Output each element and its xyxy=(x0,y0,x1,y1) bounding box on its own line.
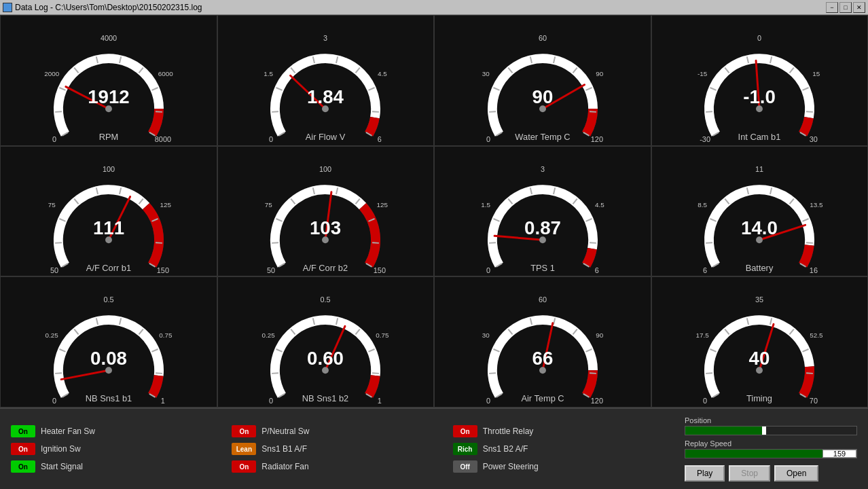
svg-text:125: 125 xyxy=(377,201,388,209)
svg-text:90: 90 xyxy=(596,331,603,339)
svg-text:-1.0: -1.0 xyxy=(743,86,776,107)
svg-text:1.84: 1.84 xyxy=(307,86,344,107)
svg-text:13.5: 13.5 xyxy=(810,201,823,209)
svg-text:15: 15 xyxy=(813,70,820,77)
indicator-col-1: OnHeater Fan SwOnIgnition SwOnStart Sign… xyxy=(11,425,232,473)
svg-line-42 xyxy=(489,111,496,112)
position-control: Position xyxy=(685,416,857,435)
svg-text:8.5: 8.5 xyxy=(698,201,708,209)
open-button[interactable]: Open xyxy=(774,465,818,482)
minimize-button[interactable]: − xyxy=(826,2,838,13)
position-bar[interactable] xyxy=(685,426,857,435)
svg-text:6: 6 xyxy=(595,266,599,274)
svg-line-49 xyxy=(590,111,596,112)
gauge-tps1: 0 6 3 1.5 4.5 0.87 TPS 1 xyxy=(434,146,651,277)
stop-button[interactable]: Stop xyxy=(729,465,770,482)
svg-line-222 xyxy=(706,374,712,374)
svg-text:0.25: 0.25 xyxy=(262,331,276,339)
svg-text:Water Temp C: Water Temp C xyxy=(515,132,570,142)
svg-text:70: 70 xyxy=(810,397,818,405)
replay-speed-input[interactable] xyxy=(822,450,856,458)
close-button[interactable]: ✕ xyxy=(853,2,865,13)
svg-text:100: 100 xyxy=(319,164,331,173)
gauge-afcorr2: 50 150 100 75 125 103 A/F Corr b2 xyxy=(217,146,435,277)
position-thumb[interactable] xyxy=(762,427,766,435)
gauge-timing: 0 70 35 17.5 52.5 40 Timing xyxy=(651,276,869,408)
indicator-row: OnStart Signal xyxy=(11,460,232,473)
play-button[interactable]: Play xyxy=(685,465,725,482)
svg-text:30: 30 xyxy=(482,70,489,77)
gauge-intcam: -30 30 0 -15 15 -1.0 Int Cam b1 xyxy=(651,15,869,146)
svg-text:52.5: 52.5 xyxy=(810,331,823,339)
svg-text:NB Sns1 b1: NB Sns1 b1 xyxy=(86,393,132,403)
gauge-afcorr1: 50 150 100 75 125 111 A/F Corr b1 xyxy=(0,146,217,277)
svg-text:0.75: 0.75 xyxy=(159,331,173,339)
svg-text:120: 120 xyxy=(591,397,603,405)
title-bar-controls[interactable]: − □ ✕ xyxy=(826,2,865,13)
indicator-row: OffPower Steering xyxy=(453,460,674,473)
svg-text:35: 35 xyxy=(755,295,763,304)
svg-text:0: 0 xyxy=(703,397,707,405)
svg-text:RPM: RPM xyxy=(98,132,118,142)
svg-line-102 xyxy=(272,242,278,243)
svg-text:30: 30 xyxy=(810,135,818,143)
svg-line-129 xyxy=(590,242,596,243)
svg-text:75: 75 xyxy=(265,201,272,209)
svg-text:4000: 4000 xyxy=(101,34,117,42)
svg-line-109 xyxy=(372,242,379,243)
gauge-battery: 6 16 11 8.5 13.5 14.0 Battery xyxy=(651,146,869,277)
svg-text:60: 60 xyxy=(539,295,547,304)
svg-text:150: 150 xyxy=(157,266,169,274)
svg-text:90: 90 xyxy=(596,70,603,77)
gauge-nbsns1b1: 0 1 0.5 0.25 0.75 0.08 NB Sns1 b1 xyxy=(0,276,217,408)
svg-line-209 xyxy=(590,374,596,374)
maximize-button[interactable]: □ xyxy=(839,2,852,13)
svg-text:1: 1 xyxy=(161,397,165,405)
svg-line-22 xyxy=(272,111,278,112)
svg-line-82 xyxy=(55,242,62,243)
replay-speed-control: Replay Speed xyxy=(685,439,857,458)
indicator-col-2: OnP/Neutral SwLeanSns1 B1 A/FOnRadiator … xyxy=(232,425,452,473)
indicator-row: LeanSns1 B1 A/F xyxy=(232,443,452,455)
control-buttons: Play Stop Open xyxy=(685,465,857,482)
svg-text:150: 150 xyxy=(374,266,386,274)
position-label: Position xyxy=(685,416,857,424)
svg-text:Air Temp C: Air Temp C xyxy=(521,393,564,403)
gauge-grid: 0 8000 4000 2000 6000 1912 RPM 0 6 3 1.5… xyxy=(0,15,868,408)
svg-text:1.5: 1.5 xyxy=(481,201,490,209)
svg-text:90: 90 xyxy=(532,86,553,107)
svg-text:0: 0 xyxy=(486,135,490,143)
svg-text:0.5: 0.5 xyxy=(321,295,331,304)
indicator-label: Sns1 B2 A/F xyxy=(483,444,528,454)
svg-text:2000: 2000 xyxy=(44,70,59,77)
svg-text:0: 0 xyxy=(269,135,273,143)
indicator-badge: On xyxy=(232,460,256,473)
svg-line-122 xyxy=(489,242,496,243)
indicator-badge: On xyxy=(453,425,477,437)
svg-text:Timing: Timing xyxy=(746,393,772,403)
svg-line-142 xyxy=(706,242,712,243)
indicator-badge: On xyxy=(11,460,35,473)
svg-line-29 xyxy=(372,111,379,112)
replay-speed-bar[interactable] xyxy=(685,449,857,458)
indicator-label: Throttle Relay xyxy=(483,427,534,436)
svg-text:A/F Corr b2: A/F Corr b2 xyxy=(303,262,348,272)
indicator-row: OnIgnition Sw xyxy=(11,443,232,455)
indicator-row: RichSns1 B2 A/F xyxy=(453,443,674,455)
svg-text:16: 16 xyxy=(810,266,818,274)
replay-speed-fill xyxy=(685,450,839,458)
svg-text:3: 3 xyxy=(541,164,545,173)
svg-text:TPS 1: TPS 1 xyxy=(530,262,555,272)
svg-text:125: 125 xyxy=(160,201,171,209)
indicator-label: Radiator Fan xyxy=(261,462,308,471)
indicator-badge: On xyxy=(232,425,256,437)
svg-text:30: 30 xyxy=(482,331,489,339)
controls-section: Position Replay Speed Play Stop Open xyxy=(674,416,857,482)
window-title: Data Log - C:\Users\Tom\Desktop\20150202… xyxy=(15,3,202,12)
svg-text:0: 0 xyxy=(486,397,490,405)
svg-text:75: 75 xyxy=(48,201,55,209)
indicator-label: Sns1 B1 A/F xyxy=(261,444,307,454)
svg-text:50: 50 xyxy=(50,266,58,274)
svg-text:1: 1 xyxy=(378,397,382,405)
indicators-section: OnHeater Fan SwOnIgnition SwOnStart Sign… xyxy=(11,425,674,473)
